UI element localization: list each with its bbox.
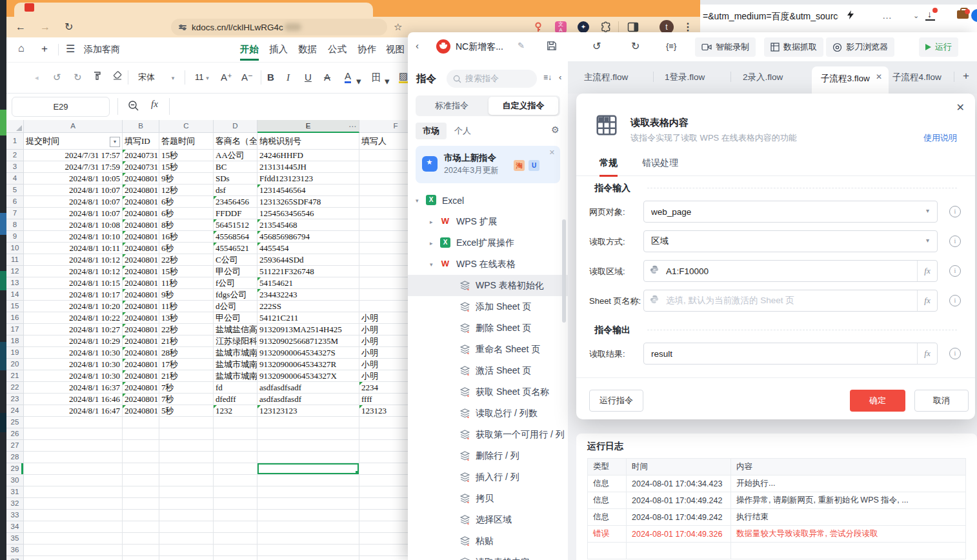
flow-name[interactable]: NC新增客... <box>456 41 503 53</box>
cell[interactable]: 7秒 <box>159 394 214 405</box>
collapse-panel-icon[interactable]: ‹ <box>559 72 561 82</box>
fx-button[interactable]: fx <box>917 261 937 281</box>
row-header[interactable]: 33 <box>6 510 24 521</box>
cell[interactable]: 11秒 <box>159 301 214 312</box>
cell[interactable]: 91320902566871235M <box>257 335 359 347</box>
cell[interactable]: asdfasdfasdf <box>257 394 359 405</box>
cell[interactable]: C公司 <box>214 254 257 266</box>
web-object-select[interactable]: web_page ▾ <box>643 201 938 223</box>
address-bar[interactable]: kdocs.cn/l/cklHLwRG4c <box>171 19 387 35</box>
cell[interactable] <box>24 428 123 440</box>
read-mode-select[interactable]: 区域 ▾ <box>643 230 938 252</box>
fx-button[interactable]: fx <box>917 343 937 364</box>
cell[interactable]: 456856986794 <box>257 231 359 243</box>
row-header[interactable]: 5 <box>6 185 24 196</box>
cell[interactable]: 2024/8/1 10:22 <box>24 312 123 324</box>
info-icon[interactable]: i <box>949 348 961 359</box>
tab-standard-instructions[interactable]: 标准指令 <box>416 95 488 116</box>
name-box[interactable]: E29 <box>12 97 110 117</box>
cell[interactable] <box>257 463 359 475</box>
cell[interactable]: 20240801 <box>123 277 159 289</box>
hamburger-menu-icon[interactable]: ☰ <box>66 43 75 55</box>
format-painter-icon[interactable] <box>93 70 103 85</box>
cell[interactable] <box>214 417 257 428</box>
cell[interactable] <box>159 498 214 510</box>
cell[interactable]: 12313265SDF478 <box>257 196 359 208</box>
cell[interactable]: 5秒 <box>159 405 214 417</box>
forward-icon[interactable]: → <box>40 20 50 34</box>
cell[interactable]: fdgs公司 <box>214 289 257 301</box>
instruction-item[interactable]: 拷贝 <box>408 488 568 509</box>
cell[interactable]: 17秒 <box>159 359 214 370</box>
site-settings-icon[interactable] <box>179 24 186 30</box>
dialog-close-icon[interactable]: ✕ <box>956 101 965 114</box>
undo-icon[interactable]: ↺ <box>592 40 601 52</box>
cell[interactable]: 20240801 <box>123 347 159 359</box>
cell[interactable]: 客商名（全 <box>214 133 257 150</box>
cell[interactable] <box>257 428 359 440</box>
cell[interactable] <box>214 475 257 486</box>
cell[interactable]: 2024/7/31 17:59 <box>24 161 123 173</box>
row-header[interactable]: 18 <box>6 335 24 347</box>
cell[interactable]: 91320913MA2514H425 <box>257 324 359 335</box>
run-instruction-button[interactable]: 运行指令 <box>589 390 643 412</box>
cell[interactable]: 20240731 <box>123 150 159 161</box>
row-header[interactable]: 34 <box>6 521 24 533</box>
cell[interactable]: 56451512 <box>214 219 257 231</box>
row-header[interactable]: 26 <box>6 428 24 440</box>
cell[interactable] <box>159 556 214 560</box>
row-header[interactable]: 20 <box>6 359 24 370</box>
font-color-dropdown-icon[interactable]: ▾ <box>356 74 361 88</box>
lightning-extension-icon[interactable] <box>845 10 856 22</box>
cell[interactable] <box>123 428 159 440</box>
row-header[interactable]: 4 <box>6 173 24 185</box>
cell[interactable]: 20240801 <box>123 324 159 335</box>
row-header[interactable]: 15 <box>6 301 24 312</box>
save-icon[interactable] <box>546 40 558 54</box>
row-header[interactable]: 6 <box>6 196 24 208</box>
cell[interactable] <box>257 440 359 452</box>
cell[interactable]: 2024/8/1 10:29 <box>24 335 123 347</box>
smart-record-button[interactable]: 智能录制 <box>695 37 756 57</box>
col-header-E[interactable]: E⋯ <box>257 120 359 133</box>
briefcase-icon[interactable] <box>957 10 969 19</box>
row-header[interactable]: 14 <box>6 289 24 301</box>
cell[interactable]: 2024/8/1 16:46 <box>24 394 123 405</box>
flow-tab[interactable]: 主流程.flow <box>584 72 628 83</box>
cell[interactable] <box>24 417 123 428</box>
cell[interactable]: 4455454 <box>257 243 359 254</box>
toolbar-back-icon[interactable]: ◂ <box>35 70 39 85</box>
cell[interactable] <box>159 440 214 452</box>
rename-pencil-icon[interactable]: ✎ <box>518 41 525 50</box>
redo-icon[interactable]: ↻ <box>631 40 640 52</box>
row-header[interactable]: 17 <box>6 324 24 335</box>
instruction-item[interactable]: 添加 Sheet 页 <box>408 296 568 317</box>
zoom-out-search-icon[interactable] <box>128 100 139 114</box>
cell[interactable]: 234432243 <box>257 289 359 301</box>
cell[interactable]: 20240801 <box>123 359 159 370</box>
strikethrough-icon[interactable]: A <box>324 70 330 85</box>
tree-expanded-icon[interactable]: ▾ <box>416 197 422 204</box>
tab-general[interactable]: 常规 <box>599 157 618 177</box>
side-panel-icon[interactable] <box>627 21 639 33</box>
cell[interactable] <box>24 521 123 533</box>
cell[interactable] <box>159 428 214 440</box>
cell[interactable]: 20240801 <box>123 312 159 324</box>
row-header[interactable]: 27 <box>6 440 24 452</box>
cell[interactable] <box>257 486 359 498</box>
cell[interactable] <box>257 521 359 533</box>
row-header[interactable]: 11 <box>6 254 24 266</box>
cell[interactable] <box>214 428 257 440</box>
instruction-item[interactable]: 粘贴 <box>408 530 568 552</box>
cell[interactable]: 盐城市城南 <box>214 347 257 359</box>
cell[interactable]: 提交时间▾ <box>24 133 123 150</box>
cell[interactable] <box>214 521 257 533</box>
cell[interactable]: 2024/8/1 10:30 <box>24 347 123 359</box>
search-input[interactable]: 搜索指令 <box>447 70 537 88</box>
cell[interactable] <box>24 463 123 475</box>
instruction-item[interactable]: 插入行 / 列 <box>408 466 568 488</box>
row-header[interactable]: 3 <box>6 161 24 173</box>
extension-key-icon[interactable] <box>532 21 544 33</box>
banner-close-icon[interactable]: ✕ <box>549 148 555 157</box>
cell[interactable]: 江苏绿阳科 <box>214 335 257 347</box>
